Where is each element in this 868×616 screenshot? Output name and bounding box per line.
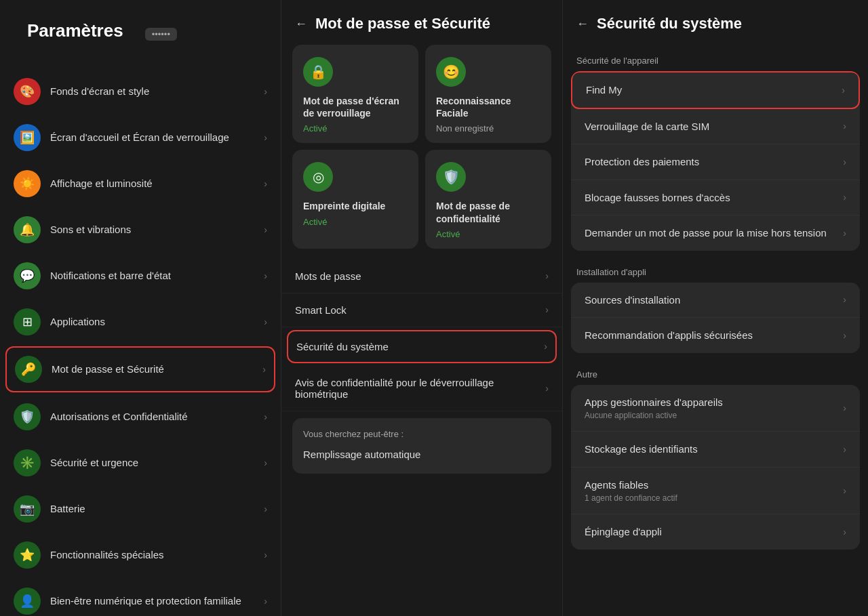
right-back-arrow[interactable]: ← — [576, 17, 589, 31]
card-title-motdepasse: Mot de passe d'écran de verrouillage — [303, 95, 408, 119]
sidebar-item-batterie[interactable]: 📷Batterie› — [0, 486, 281, 532]
card-motdepasseconf[interactable]: 🛡️Mot de passe de confidentialitéActivé — [425, 150, 551, 248]
right-group-appareil: Sécurité de l'appareilFind My›Verrouilla… — [563, 45, 868, 251]
right-item-label-recommandation: Recommandation d'applis sécurisées — [585, 329, 843, 342]
right-item-content-findmy: Find My — [586, 83, 842, 97]
right-item-chevron-paiements: › — [843, 157, 846, 167]
avis-item[interactable]: Avis de confidentialité pour le déverrou… — [281, 366, 562, 411]
card-motdepasse[interactable]: 🔒Mot de passe d'écran de verrouillageAct… — [292, 45, 418, 143]
right-item-label-sources: Sources d'installation — [585, 293, 843, 307]
sidebar-item-label-notifs: Notifications et barre d'état — [50, 269, 254, 283]
right-item-label-sim: Verrouillage de la carte SIM — [585, 120, 843, 134]
right-item-agents[interactable]: Agents fiables1 agent de confiance actif… — [571, 468, 860, 515]
sidebar-item-label-securite: Sécurité et urgence — [50, 456, 254, 470]
sidebar-item-affichage[interactable]: ☀️Affichage et luminosité› — [0, 161, 281, 207]
right-item-sub-agents: 1 agent de confiance actif — [585, 493, 843, 503]
mid-header: ← Mot de passe et Sécurité — [281, 0, 562, 45]
mid-list-label-smartlock: Smart Lock — [295, 304, 545, 316]
right-item-tension[interactable]: Demander un mot de passe pour la mise ho… — [571, 215, 860, 251]
securite-systeme-item[interactable]: Sécurité du système › — [287, 330, 557, 363]
right-item-content-recommandation: Recommandation d'applis sécurisées — [585, 329, 843, 342]
right-item-content-epinglage: Épinglage d'appli — [585, 525, 843, 539]
mid-list-item-smartlock[interactable]: Smart Lock› — [281, 293, 562, 327]
securite-systeme-chevron: › — [544, 341, 547, 352]
sidebar-item-sons[interactable]: 🔔Sons et vibrations› — [0, 207, 281, 253]
right-item-content-sim: Verrouillage de la carte SIM — [585, 120, 843, 134]
mid-list-label-mots: Mots de passe — [295, 270, 545, 282]
sidebar-item-notifs[interactable]: 💬Notifications et barre d'état› — [0, 253, 281, 299]
right-group-items-appareil: Find My›Verrouillage de la carte SIM›Pro… — [571, 71, 860, 251]
right-item-chevron-agents: › — [843, 485, 846, 496]
motdepasseconf-icon: 🛡️ — [436, 162, 466, 192]
right-item-sources[interactable]: Sources d'installation› — [571, 283, 860, 319]
securite-icon: ✳️ — [14, 449, 41, 476]
sidebar-item-chevron-batterie: › — [264, 504, 267, 514]
sidebar-item-fonds[interactable]: 🎨Fonds d'écran et style› — [0, 68, 281, 115]
right-item-sim[interactable]: Verrouillage de la carte SIM› — [571, 109, 860, 145]
right-item-sub-apps-gestionnaires: Aucune application active — [585, 411, 843, 420]
right-item-apps-gestionnaires[interactable]: Apps gestionnaires d'appareilsAucune app… — [571, 385, 860, 432]
apps-icon: ⊞ — [14, 308, 41, 335]
right-panel: ← Sécurité du système Sécurité de l'appa… — [563, 0, 868, 616]
right-item-content-apps-gestionnaires: Apps gestionnaires d'appareilsAucune app… — [585, 396, 843, 421]
sidebar-item-apps[interactable]: ⊞Applications› — [0, 299, 281, 345]
affichage-icon: ☀️ — [14, 170, 41, 197]
right-group-autre: AutreApps gestionnaires d'appareilsAucun… — [563, 358, 868, 550]
avis-chevron: › — [545, 383, 549, 394]
right-item-epinglage[interactable]: Épinglage d'appli› — [571, 514, 860, 550]
sidebar-item-label-autorisations: Autorisations et Confidentialité — [50, 410, 254, 424]
suggest-item-remplissage[interactable]: Remplissage automatique — [303, 446, 540, 463]
sidebar-item-bienetre[interactable]: 👤Bien-être numérique et protection famil… — [0, 578, 281, 616]
right-header: ← Sécurité du système — [563, 0, 868, 45]
card-title-reconnaissance: Reconnaissance Faciale — [436, 95, 540, 119]
ecran-icon: 🖼️ — [14, 124, 41, 151]
sidebar-item-securite[interactable]: ✳️Sécurité et urgence› — [0, 440, 281, 486]
sidebar-item-chevron-autorisations: › — [264, 411, 267, 422]
right-item-label-agents: Agents fiables — [585, 478, 843, 492]
right-item-paiements[interactable]: Protection des paiements› — [571, 144, 860, 180]
sidebar-item-chevron-ecran: › — [264, 132, 267, 143]
left-panel-title: Paramètres — [14, 14, 137, 55]
sidebar-item-mdp[interactable]: 🔑Mot de passe et Sécurité› — [5, 346, 275, 392]
right-item-content-tension: Demander un mot de passe pour la mise ho… — [585, 226, 843, 240]
sidebar-item-fonctionnalites[interactable]: ⭐Fonctionnalités spéciales› — [0, 532, 281, 578]
sidebar-item-label-mdp: Mot de passe et Sécurité — [52, 363, 253, 376]
card-empreinte[interactable]: ◎Empreinte digitaleActivé — [292, 150, 418, 248]
avis-label: Avis de confidentialité pour le déverrou… — [295, 377, 545, 400]
sidebar-item-label-bienetre: Bien-être numérique et protection famili… — [50, 594, 254, 608]
right-item-recommandation[interactable]: Recommandation d'applis sécurisées› — [571, 318, 860, 353]
right-section-title-installation: Installation d'appli — [563, 256, 868, 283]
right-item-label-paiements: Protection des paiements — [585, 155, 843, 169]
sons-icon: 🔔 — [14, 216, 41, 243]
card-status-reconnaissance: Non enregistré — [436, 123, 540, 134]
mid-cards-grid: 🔒Mot de passe d'écran de verrouillageAct… — [281, 45, 562, 260]
right-item-bornes[interactable]: Blocage fausses bornes d'accès› — [571, 180, 860, 216]
right-item-content-bornes: Blocage fausses bornes d'accès — [585, 191, 843, 205]
sidebar-item-chevron-fonds: › — [264, 86, 267, 97]
card-title-motdepasseconf: Mot de passe de confidentialité — [436, 200, 540, 224]
mid-list-item-mots[interactable]: Mots de passe› — [281, 260, 562, 293]
empreinte-icon: ◎ — [303, 162, 333, 192]
right-section-title-appareil: Sécurité de l'appareil — [563, 45, 868, 71]
mid-panel-title: Mot de passe et Sécurité — [315, 15, 490, 33]
right-group-items-autre: Apps gestionnaires d'appareilsAucune app… — [571, 385, 860, 550]
right-item-content-sources: Sources d'installation — [585, 293, 843, 307]
sidebar-item-ecran[interactable]: 🖼️Écran d'accueil et Écran de verrouilla… — [0, 115, 281, 161]
card-title-empreinte: Empreinte digitale — [303, 200, 408, 212]
card-status-motdepasseconf: Activé — [436, 229, 540, 239]
mid-panel: ← Mot de passe et Sécurité 🔒Mot de passe… — [281, 0, 563, 616]
card-status-motdepasse: Activé — [303, 123, 408, 134]
right-item-stockage[interactable]: Stockage des identifiants› — [571, 432, 860, 468]
autorisations-icon: 🛡️ — [14, 403, 41, 430]
securite-systeme-label: Sécurité du système — [296, 341, 544, 352]
sidebar-item-label-batterie: Batterie — [50, 502, 254, 516]
sidebar-item-autorisations[interactable]: 🛡️Autorisations et Confidentialité› — [0, 394, 281, 440]
sidebar-item-chevron-bienetre: › — [264, 596, 267, 607]
mid-back-arrow[interactable]: ← — [295, 17, 307, 31]
right-item-chevron-recommandation: › — [843, 330, 846, 341]
card-reconnaissance[interactable]: 😊Reconnaissance FacialeNon enregistré — [425, 45, 551, 143]
right-group-installation: Installation d'appliSources d'installati… — [563, 256, 868, 353]
right-item-findmy[interactable]: Find My› — [571, 71, 860, 109]
motdepasse-icon: 🔒 — [303, 57, 333, 87]
batterie-icon: 📷 — [14, 495, 41, 522]
